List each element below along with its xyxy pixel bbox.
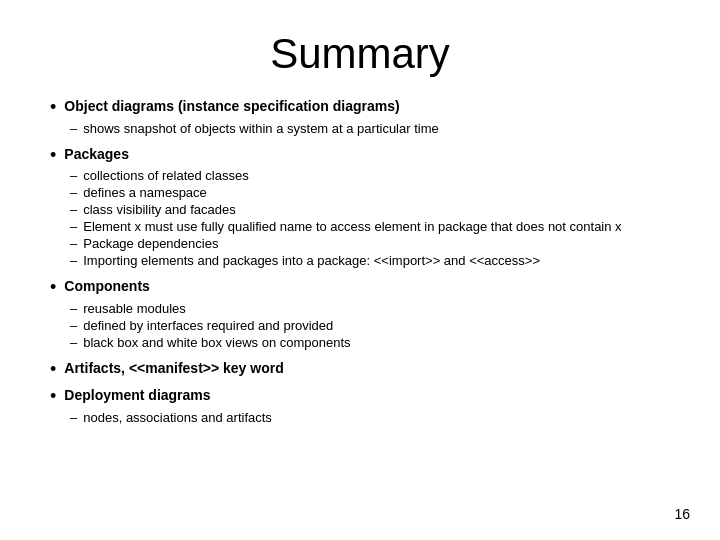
content-area: • Object diagrams (instance specificatio… [50, 98, 670, 510]
dash-icon: – [70, 410, 77, 425]
bullet-dot-3: • [50, 277, 56, 299]
dash-icon: – [70, 219, 77, 234]
sub-item: – nodes, associations and artifacts [70, 410, 670, 425]
sub-item: – defined by interfaces required and pro… [70, 318, 670, 333]
dash-icon: – [70, 202, 77, 217]
sub-item-text: collections of related classes [83, 168, 248, 183]
sub-item-text: defines a namespace [83, 185, 207, 200]
packages-subitems: – collections of related classes – defin… [70, 168, 670, 268]
bullet-dot-1: • [50, 97, 56, 119]
sub-item-text: defined by interfaces required and provi… [83, 318, 333, 333]
components-label: Components [64, 278, 150, 294]
section-components: • Components – reusable modules – define… [50, 278, 670, 354]
dash-icon: – [70, 318, 77, 333]
dash-icon: – [70, 168, 77, 183]
sub-item: – reusable modules [70, 301, 670, 316]
object-diagrams-subitems: – shows snapshot of objects within a sys… [70, 121, 670, 136]
section-object-diagrams: • Object diagrams (instance specificatio… [50, 98, 670, 140]
page-number: 16 [674, 506, 690, 522]
slide: Summary • Object diagrams (instance spec… [0, 0, 720, 540]
dash-icon: – [70, 253, 77, 268]
section-packages: • Packages – collections of related clas… [50, 146, 670, 273]
sub-item-text: class visibility and facades [83, 202, 235, 217]
sub-item-text: reusable modules [83, 301, 186, 316]
section-artifacts: • Artifacts, <<manifest>> key word [50, 360, 670, 382]
packages-label: Packages [64, 146, 129, 162]
dash-icon: – [70, 301, 77, 316]
bullet-dot-5: • [50, 386, 56, 408]
dash-icon: – [70, 236, 77, 251]
dash-icon: – [70, 335, 77, 350]
sub-item: – defines a namespace [70, 185, 670, 200]
sub-item: – Package dependencies [70, 236, 670, 251]
slide-title: Summary [50, 30, 670, 78]
sub-item: – Importing elements and packages into a… [70, 253, 670, 268]
sub-item: – collections of related classes [70, 168, 670, 183]
sub-item: – Element x must use fully qualified nam… [70, 219, 670, 234]
sub-item-text: Importing elements and packages into a p… [83, 253, 540, 268]
sub-item-text: shows snapshot of objects within a syste… [83, 121, 439, 136]
bullet-dot-2: • [50, 145, 56, 167]
deployment-label: Deployment diagrams [64, 387, 210, 403]
sub-item-text: nodes, associations and artifacts [83, 410, 272, 425]
sub-item: – shows snapshot of objects within a sys… [70, 121, 670, 136]
sub-item-text: Element x must use fully qualified name … [83, 219, 621, 234]
section-deployment: • Deployment diagrams – nodes, associati… [50, 387, 670, 429]
sub-item-text: Package dependencies [83, 236, 218, 251]
sub-item: – class visibility and facades [70, 202, 670, 217]
bullet-dot-4: • [50, 359, 56, 381]
dash-icon: – [70, 121, 77, 136]
sub-item-text: black box and white box views on compone… [83, 335, 350, 350]
components-subitems: – reusable modules – defined by interfac… [70, 301, 670, 350]
artifacts-label: Artifacts, <<manifest>> key word [64, 360, 283, 376]
deployment-subitems: – nodes, associations and artifacts [70, 410, 670, 425]
object-diagrams-label: Object diagrams (instance specification … [64, 98, 399, 114]
dash-icon: – [70, 185, 77, 200]
sub-item: – black box and white box views on compo… [70, 335, 670, 350]
